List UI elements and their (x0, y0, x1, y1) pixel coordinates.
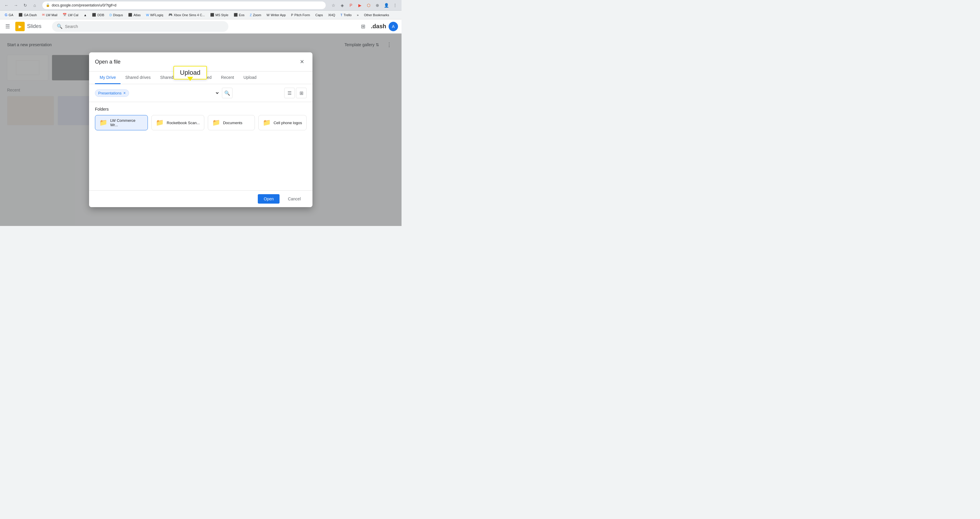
bookmark-eos-label: Eos (239, 13, 245, 17)
folder-icon-2: 📁 (156, 119, 164, 126)
browser-actions: ☆ ◈ P ▶ ⬡ ⊕ 👤 ⋮ (329, 1, 399, 10)
folder-documents[interactable]: 📁 Documents (208, 115, 255, 130)
bookmark-star[interactable]: ☆ (329, 1, 337, 10)
bookmark-zoom[interactable]: Z Zoom (248, 13, 264, 18)
bookmark-wflogiq-label: WFLogiq (150, 13, 163, 17)
grid-view-btn[interactable]: ⊞ (296, 88, 307, 98)
bookmark-disqus-label: Disqus (113, 13, 123, 17)
home-button[interactable]: ⌂ (30, 1, 39, 10)
bookmark-xbox[interactable]: 🎮 Xbox One Sims 4 C... (166, 12, 207, 18)
extension-btn-2[interactable]: P (347, 1, 355, 10)
filter-chip-presentations: Presentations × (95, 89, 129, 97)
dialog-close-button[interactable]: ✕ (297, 57, 307, 67)
dialog-footer: Open Cancel (89, 190, 312, 207)
open-button[interactable]: Open (258, 194, 280, 204)
main-content: Start a new presentation Template galler… (0, 34, 401, 226)
tab-shared-drives[interactable]: Shared drives (121, 72, 155, 84)
tab-my-drive[interactable]: My Drive (95, 72, 121, 84)
cancel-button[interactable]: Cancel (282, 194, 307, 204)
folder-icon-3: 📁 (212, 119, 220, 126)
extension-btn-1[interactable]: ◈ (338, 1, 346, 10)
bookmark-eos[interactable]: ⬛ Eos (231, 12, 247, 18)
bookmark-triangle[interactable]: ▲ (81, 13, 89, 18)
bookmark-disqus[interactable]: D Disqus (107, 13, 126, 18)
tab-recent[interactable]: Recent (216, 72, 239, 84)
bookmark-atlas[interactable]: ⬛ Atlas (126, 12, 143, 18)
list-view-btn[interactable]: ☰ (284, 88, 295, 98)
bookmark-other-label: Other Bookmarks (364, 13, 389, 17)
bookmark-lw-cal-icon: 📅 (63, 13, 67, 17)
bookmark-lw-mail[interactable]: ✉ LW Mail (40, 12, 60, 18)
bookmark-trello[interactable]: T Trello (338, 13, 354, 18)
bookmark-zoom-label: Zoom (253, 13, 261, 17)
app-header: ☰ ▶ Slides 🔍 ⊞ .dash A (0, 19, 401, 34)
filter-search-btn[interactable]: 🔍 (222, 88, 232, 98)
bookmark-xhq-label: XHQ (328, 13, 335, 17)
tab-upload[interactable]: Upload (239, 72, 261, 84)
bookmark-writer-icon: W (267, 13, 270, 17)
hamburger-menu[interactable]: ☰ (3, 22, 12, 30)
bookmark-writer[interactable]: W Writer App (264, 13, 288, 18)
extension-btn-5[interactable]: ⊕ (373, 1, 382, 10)
view-btns: ☰ ⊞ (284, 88, 307, 98)
bookmark-pitch-form[interactable]: P Pitch Form (289, 13, 312, 18)
app-logo: ▶ Slides (15, 22, 41, 31)
bookmark-zoom-icon: Z (250, 13, 252, 17)
bookmark-ddb[interactable]: ⬛ DDB (90, 12, 107, 18)
bookmark-atlas-label: Atlas (134, 13, 140, 17)
folder-rocketbook[interactable]: 📁 Rocketbook Scan... (151, 115, 204, 130)
upload-tooltip-label: Upload (180, 69, 200, 76)
bookmark-wflogiq-icon: W (146, 13, 149, 17)
bookmark-ga-dash-label: GA Dash (24, 13, 37, 17)
dialog-title: Open a file (95, 59, 121, 65)
search-input[interactable] (65, 24, 224, 29)
bookmark-ms-style[interactable]: ⬛ MS Style (208, 12, 231, 18)
forward-button[interactable]: → (12, 1, 20, 10)
back-button[interactable]: ← (2, 1, 11, 10)
bookmark-ga-dash-icon: ⬛ (19, 13, 22, 17)
refresh-button[interactable]: ↻ (21, 1, 29, 10)
bookmark-lw-cal[interactable]: 📅 LW Cal (60, 12, 81, 18)
bookmark-wflogiq[interactable]: W WFLogiq (144, 13, 165, 18)
bookmark-xbox-icon: 🎮 (169, 13, 173, 17)
bookmark-ga[interactable]: G GA (2, 12, 16, 18)
bookmark-other[interactable]: Other Bookmarks (361, 13, 391, 18)
bookmarks-bar: G GA ⬛ GA Dash ✉ LW Mail 📅 LW Cal ▲ ⬛ DD… (0, 11, 401, 19)
bookmark-more[interactable]: » (355, 13, 361, 18)
bookmark-caps-label: Caps (315, 13, 323, 17)
bookmark-ga-icon: G (5, 13, 7, 17)
folder-name-2: Rocketbook Scan... (167, 121, 200, 125)
profile-btn[interactable]: 👤 (382, 1, 390, 10)
filter-chip-close[interactable]: × (124, 91, 126, 95)
dash-logo: .dash (371, 23, 386, 30)
filter-dropdown[interactable] (131, 88, 220, 98)
url-text: docs.google.com/presentation/u/0/?tgif=d (52, 3, 116, 7)
bookmark-ms-style-label: MS Style (215, 13, 228, 17)
bookmark-ga-label: GA (8, 13, 13, 17)
avatar[interactable]: A (388, 22, 398, 31)
folder-icon-1: 📁 (99, 119, 107, 126)
search-icon: 🔍 (57, 24, 63, 29)
extension-btn-3[interactable]: ▶ (356, 1, 364, 10)
bookmark-pitch-icon: P (291, 13, 293, 17)
bookmark-ddb-icon: ⬛ (92, 13, 96, 17)
search-box[interactable]: 🔍 (52, 21, 228, 32)
upload-tooltip: Upload (173, 66, 207, 80)
folders-grid: 📁 LW Commerce Wr... 📁 Rocketbook Scan...… (95, 115, 307, 130)
bookmark-caps[interactable]: Caps (313, 13, 325, 18)
folder-lw-commerce[interactable]: 📁 LW Commerce Wr... (95, 115, 148, 130)
folder-name-4: Cell phone logos (274, 121, 302, 125)
bookmark-ddb-label: DDB (97, 13, 104, 17)
extension-btn-4[interactable]: ⬡ (364, 1, 373, 10)
bookmark-more-label: » (357, 13, 359, 17)
folders-label: Folders (95, 107, 307, 112)
folder-cell-phone-logos[interactable]: 📁 Cell phone logos (258, 115, 307, 130)
header-actions: ⊞ .dash A (358, 21, 398, 32)
apps-grid-btn[interactable]: ⊞ (358, 21, 369, 32)
address-bar[interactable]: 🔒 docs.google.com/presentation/u/0/?tgif… (42, 2, 326, 9)
bookmark-lw-mail-label: LW Mail (46, 13, 57, 17)
bookmark-ga-dash[interactable]: ⬛ GA Dash (16, 12, 39, 18)
more-browser-btn[interactable]: ⋮ (391, 1, 399, 10)
bookmark-triangle-icon: ▲ (83, 13, 87, 17)
bookmark-xhq[interactable]: XHQ (326, 13, 337, 18)
